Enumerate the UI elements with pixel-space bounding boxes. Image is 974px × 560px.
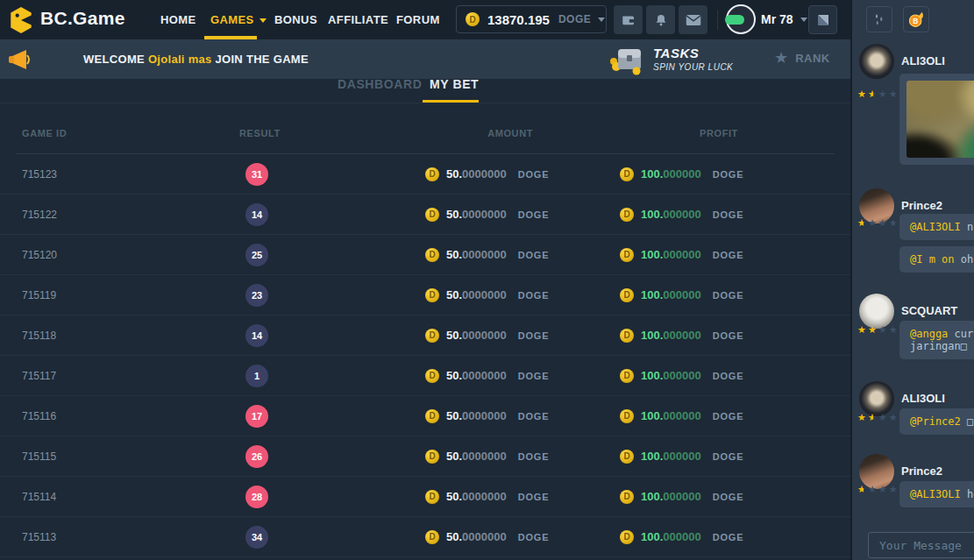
avatar[interactable] — [859, 44, 894, 79]
amount-value: 50. — [446, 288, 462, 301]
amount-zeros: 0000000 — [462, 208, 507, 221]
profit-currency: DOGE — [713, 492, 744, 502]
username[interactable]: Mr 78 — [761, 12, 793, 26]
profit-currency: DOGE — [713, 169, 744, 180]
doge-coin-icon — [620, 288, 634, 302]
profit-zeros: 000000 — [663, 369, 700, 382]
profit-value: 100. — [641, 248, 663, 261]
table-row[interactable]: 715114 28 50.0000000DOGE 100.000000DOGE — [0, 477, 850, 517]
hot-coin-button[interactable]: B — [903, 6, 929, 32]
balance-selector[interactable]: 13870.195 DOGE — [456, 5, 607, 33]
star-icon: ★ — [889, 484, 899, 495]
chat-username[interactable]: ALI3OLI — [901, 54, 945, 67]
chat-bubble: @ALI3OLI ni — [899, 214, 974, 240]
result-badge: 14 — [245, 203, 268, 226]
panel-toggle-button[interactable] — [808, 5, 837, 34]
brand-title[interactable]: BC.Game — [40, 8, 125, 29]
mention[interactable]: @angga — [910, 328, 948, 340]
bcgame-logo-icon[interactable] — [7, 6, 35, 34]
table-row[interactable]: 715113 34 50.0000000DOGE 100.000000DOGE — [0, 517, 850, 557]
doge-coin-icon — [425, 248, 439, 262]
doge-coin-icon — [425, 288, 439, 302]
chat-username[interactable]: ALI3OLI — [901, 392, 945, 405]
profit-cell: 100.000000DOGE — [620, 517, 743, 556]
star-icon: ★ — [889, 412, 899, 423]
chat-bubble: @I m on ohh — [899, 246, 974, 273]
coin-rain-button[interactable] — [866, 6, 892, 32]
nav-item-forum[interactable]: FORUM — [396, 13, 440, 26]
star-icon: ★ — [857, 89, 868, 100]
amount-zeros: 0000000 — [462, 490, 507, 503]
chat-message-input[interactable] — [868, 532, 974, 558]
rank-shortcut[interactable]: ★ RANK — [774, 50, 830, 66]
profit-currency: DOGE — [713, 532, 744, 542]
tasks-subtitle: SPIN YOUR LUCK — [653, 62, 733, 72]
tab-my-bet[interactable]: MY BET — [430, 77, 479, 91]
result-badge: 34 — [245, 526, 268, 549]
table-row[interactable]: 715116 17 50.0000000DOGE 100.000000DOGE — [0, 396, 850, 436]
tab-dashboard[interactable]: DASHBOARD — [338, 77, 422, 91]
tasks-shortcut[interactable]: TASKS SPIN YOUR LUCK — [608, 42, 733, 75]
amount-value: 50. — [446, 369, 462, 382]
profit-value: 100. — [641, 167, 663, 181]
chat-image-gif[interactable] — [906, 81, 974, 158]
amount-zeros: 0000000 — [462, 329, 507, 342]
profit-value: 100. — [641, 329, 663, 342]
amount-currency: DOGE — [518, 330, 550, 341]
amount-zeros: 0000000 — [462, 167, 507, 181]
amount-cell: 50.0000000DOGE — [425, 436, 549, 476]
amount-cell: 50.0000000DOGE — [425, 356, 549, 395]
messages-button[interactable] — [679, 5, 707, 34]
profit-currency: DOGE — [713, 411, 744, 422]
chat-text: □ — [961, 415, 973, 428]
amount-value: 50. — [446, 490, 462, 503]
chat-username[interactable]: SCQUART — [901, 304, 957, 317]
chat-username[interactable]: Prince2 — [901, 199, 942, 212]
table-row[interactable]: 715117 1 50.0000000DOGE 100.000000DOGE — [0, 356, 850, 396]
mention[interactable]: @Prince2 — [910, 415, 961, 428]
divider — [717, 10, 718, 30]
mention[interactable]: @ALI3OLI — [910, 488, 961, 500]
nav-item-affiliate[interactable]: AFFILIATE — [328, 13, 388, 26]
chat-bubble: @ALI3OLI he — [899, 481, 974, 507]
result-badge: 1 — [245, 365, 268, 387]
game-id: 715123 — [22, 168, 57, 181]
wallet-button[interactable] — [614, 5, 643, 34]
table-row[interactable]: 715119 23 50.0000000DOGE 100.000000DOGE — [0, 275, 850, 315]
star-icon: ★ — [857, 484, 868, 495]
profit-cell: 100.000000DOGE — [620, 275, 743, 315]
top-navbar: BC.Game HOME GAMES BONUS AFFILIATE FORUM… — [0, 0, 850, 39]
profit-currency: DOGE — [713, 290, 744, 301]
notifications-button[interactable] — [646, 5, 675, 34]
user-avatar[interactable] — [726, 4, 756, 34]
chat-text: he — [961, 488, 974, 500]
result-badge: 25 — [245, 244, 268, 266]
star-icon: ★ — [868, 484, 878, 495]
nav-item-games[interactable]: GAMES — [210, 13, 267, 26]
table-row[interactable]: 715120 25 50.0000000DOGE 100.000000DOGE — [0, 235, 850, 275]
doge-coin-icon — [620, 248, 634, 262]
table-row[interactable]: 715118 14 50.0000000DOGE 100.000000DOGE — [0, 315, 850, 356]
wallet-icon — [621, 12, 636, 28]
rain-drops-icon — [871, 11, 887, 27]
chevron-down-icon — [800, 18, 807, 22]
nav-item-bonus[interactable]: BONUS — [274, 13, 317, 26]
profit-zeros: 000000 — [663, 530, 700, 543]
profit-zeros: 000000 — [663, 409, 700, 422]
profit-cell: 100.000000DOGE — [620, 195, 743, 234]
amount-zeros: 0000000 — [462, 409, 507, 422]
chat-text: cur — [948, 328, 973, 340]
table-row[interactable]: 715123 31 50.0000000DOGE 100.000000DOGE — [0, 154, 850, 195]
amount-currency: DOGE — [518, 169, 550, 180]
doge-coin-icon — [425, 369, 439, 383]
nav-item-home[interactable]: HOME — [160, 13, 196, 26]
star-icon: ★ — [878, 89, 889, 100]
profit-value: 100. — [641, 208, 663, 221]
table-row[interactable]: 715122 14 50.0000000DOGE 100.000000DOGE — [0, 195, 850, 235]
chat-username[interactable]: Prince2 — [901, 464, 942, 478]
mention[interactable]: @ALI3OLI — [910, 221, 961, 233]
mention[interactable]: @I m on — [910, 253, 955, 266]
active-nav-underline — [204, 36, 257, 39]
table-row[interactable]: 715115 26 50.0000000DOGE 100.000000DOGE — [0, 436, 850, 477]
doge-coin-icon — [425, 530, 439, 544]
